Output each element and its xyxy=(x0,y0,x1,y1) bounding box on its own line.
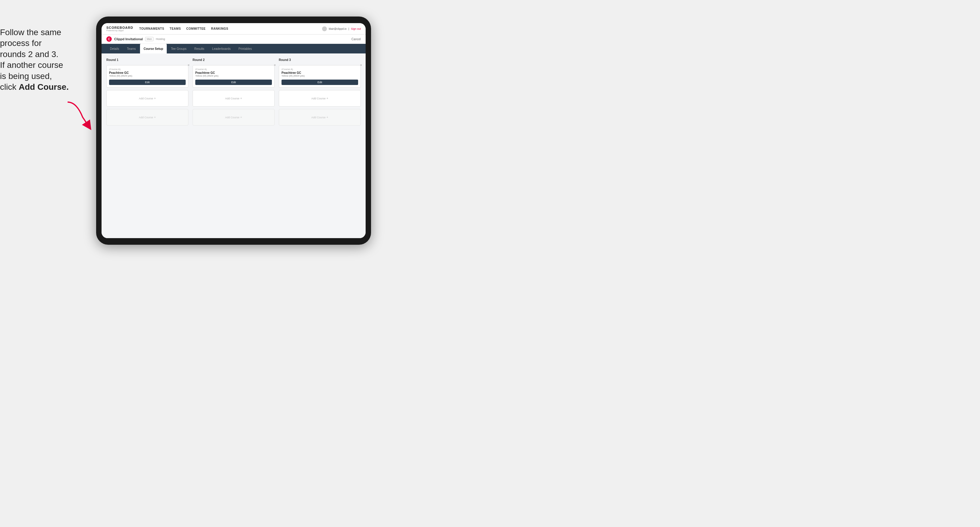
round-2-edit-button[interactable]: Edit xyxy=(195,79,272,85)
round-1-course-name: Peachtree GC xyxy=(109,71,186,75)
tab-printables[interactable]: Printables xyxy=(235,44,255,54)
rounds-grid: Round 1 ✕ (Course A) Peachtree GC Yellow… xyxy=(107,58,361,125)
nav-right: blair@clippd.io | Sign out xyxy=(322,26,361,31)
round-2-course-card: ✕ (Course A) Peachtree GC Yellow (M) (66… xyxy=(192,65,275,88)
round-1-add-course-label-2: Add Course xyxy=(139,116,153,119)
tournament-name: Clippd Invitational xyxy=(114,37,143,41)
round-1-course-close-icon[interactable]: ✕ xyxy=(188,63,190,67)
user-email: blair@clippd.io xyxy=(329,27,347,30)
round-2-add-course-label-2: Add Course xyxy=(225,116,239,119)
nav-rankings[interactable]: RANKINGS xyxy=(211,27,228,30)
round-3-course-label: (Course A) xyxy=(282,68,358,71)
round-2-course-name: Peachtree GC xyxy=(195,71,272,75)
main-content: Round 1 ✕ (Course A) Peachtree GC Yellow… xyxy=(102,54,366,238)
sub-header: C Clippd Invitational Men Hosting Cancel xyxy=(102,35,366,44)
brand: SCOREBOARD Powered by clippd xyxy=(107,26,133,32)
gender-badge: Men xyxy=(145,37,154,41)
round-3-edit-button[interactable]: Edit xyxy=(282,79,358,85)
hosting-badge: Hosting xyxy=(156,38,165,41)
nav-teams[interactable]: TEAMS xyxy=(170,27,181,30)
pipe-separator: | xyxy=(348,27,349,30)
round-1-add-course-1[interactable]: Add Course + xyxy=(107,90,188,106)
round-2-add-course-label-1: Add Course xyxy=(225,97,239,100)
round-3-add-course-label-2: Add Course xyxy=(311,116,326,119)
round-2-add-course-plus-1: + xyxy=(240,97,242,100)
round-3-add-course-label-1: Add Course xyxy=(311,97,326,100)
round-3-course-details: Yellow (M) (6629 yds) xyxy=(282,75,358,77)
round-1-edit-button[interactable]: Edit xyxy=(109,79,186,85)
round-1-course-card: ✕ (Course A) Peachtree GC Yellow (M) (66… xyxy=(107,65,188,88)
nav-tournaments[interactable]: TOURNAMENTS xyxy=(139,27,164,30)
instruction-text: Follow the same process for rounds 2 and… xyxy=(0,27,90,92)
round-1-course-details: Yellow (M) (6629 yds) xyxy=(109,75,186,77)
round-3-column: Round 3 ✕ (Course A) Peachtree GC Yellow… xyxy=(279,58,361,125)
cancel-button[interactable]: Cancel xyxy=(352,38,361,41)
brand-sub: Powered by clippd xyxy=(107,29,133,32)
round-3-course-close-icon[interactable]: ✕ xyxy=(360,63,362,67)
round-1-column: Round 1 ✕ (Course A) Peachtree GC Yellow… xyxy=(107,58,188,125)
round-2-add-course-1[interactable]: Add Course + xyxy=(192,90,275,106)
round-2-title: Round 2 xyxy=(192,58,275,62)
round-1-add-course-2: Add Course + xyxy=(107,109,188,125)
tablet-screen: SCOREBOARD Powered by clippd TOURNAMENTS… xyxy=(102,23,366,238)
tab-details[interactable]: Details xyxy=(107,44,123,54)
round-2-add-course-plus-2: + xyxy=(240,116,242,119)
tab-bar: Details Teams Course Setup Tee Groups Re… xyxy=(102,44,366,54)
round-1-add-course-label-1: Add Course xyxy=(139,97,153,100)
sub-header-left: C Clippd Invitational Men Hosting xyxy=(107,37,165,42)
nav-links: TOURNAMENTS TEAMS COMMITTEE RANKINGS xyxy=(139,27,322,30)
round-2-course-close-icon[interactable]: ✕ xyxy=(274,63,276,67)
round-3-add-course-plus-1: + xyxy=(326,97,328,100)
round-2-add-course-2: Add Course + xyxy=(192,109,275,125)
tab-teams[interactable]: Teams xyxy=(124,44,139,54)
round-3-title: Round 3 xyxy=(279,58,361,62)
user-avatar xyxy=(322,26,327,31)
top-nav: SCOREBOARD Powered by clippd TOURNAMENTS… xyxy=(102,23,366,35)
round-2-course-label: (Course A) xyxy=(195,68,272,71)
round-3-add-course-plus-2: + xyxy=(326,116,328,119)
round-1-title: Round 1 xyxy=(107,58,188,62)
round-1-course-label: (Course A) xyxy=(109,68,186,71)
tablet-frame: SCOREBOARD Powered by clippd TOURNAMENTS… xyxy=(96,16,371,245)
round-1-add-course-plus-2: + xyxy=(154,116,156,119)
round-2-course-details: Yellow (M) (6629 yds) xyxy=(195,75,272,77)
round-3-course-name: Peachtree GC xyxy=(282,71,358,75)
round-3-add-course-2: Add Course + xyxy=(279,109,361,125)
nav-committee[interactable]: COMMITTEE xyxy=(186,27,206,30)
tab-results[interactable]: Results xyxy=(191,44,208,54)
tab-leaderboards[interactable]: Leaderboards xyxy=(208,44,234,54)
logo-c: C xyxy=(107,37,112,42)
brand-name: SCOREBOARD xyxy=(107,26,133,29)
round-3-course-card: ✕ (Course A) Peachtree GC Yellow (M) (66… xyxy=(279,65,361,88)
round-1-add-course-plus-1: + xyxy=(154,97,156,100)
sign-out-link[interactable]: Sign out xyxy=(351,27,361,30)
tab-tee-groups[interactable]: Tee Groups xyxy=(167,44,190,54)
round-2-column: Round 2 ✕ (Course A) Peachtree GC Yellow… xyxy=(192,58,275,125)
tab-course-setup[interactable]: Course Setup xyxy=(140,44,167,54)
round-3-add-course-1[interactable]: Add Course + xyxy=(279,90,361,106)
